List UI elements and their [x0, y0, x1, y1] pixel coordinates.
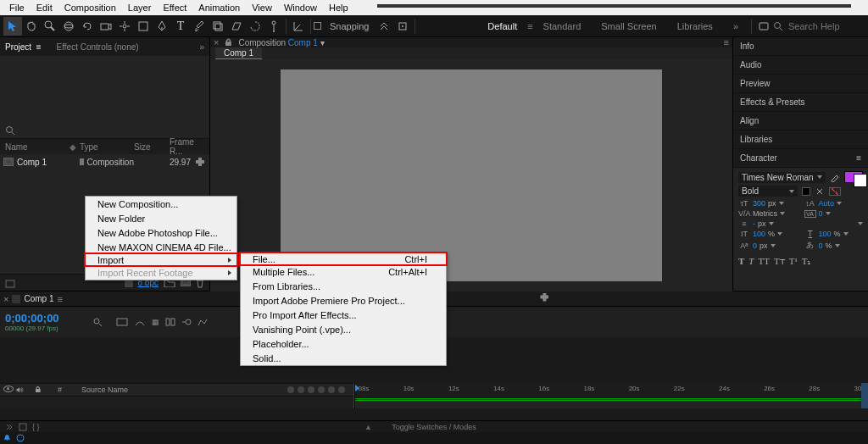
lock-col-icon[interactable]: 🔒︎ — [34, 386, 42, 394]
kerning-dropdown[interactable]: Metrics — [753, 209, 777, 218]
snapping-checkbox[interactable] — [314, 22, 321, 30]
ctx-pro-import[interactable]: Pro Import After Effects... — [241, 308, 446, 322]
menu-view[interactable]: View — [246, 2, 278, 14]
subscript-icon[interactable]: T₁ — [802, 256, 811, 267]
stroke-value[interactable]: - — [753, 219, 755, 228]
pen-tool-icon[interactable] — [153, 17, 171, 36]
font-size-value[interactable]: 300 — [753, 199, 765, 208]
hand-tool-icon[interactable] — [22, 17, 41, 36]
toggle-switches-button[interactable]: Toggle Switches / Modes — [307, 423, 561, 431]
sync-settings-icon[interactable] — [754, 17, 773, 36]
text-tool-icon[interactable]: T — [171, 17, 190, 36]
progress-icon[interactable] — [16, 434, 25, 442]
panel-align[interactable]: Align — [733, 112, 868, 130]
composition-canvas[interactable] — [281, 69, 662, 281]
project-column-header[interactable]: Name ◆ Type Size Frame R... — [0, 139, 209, 154]
faux-bold-icon[interactable]: T — [738, 256, 744, 267]
font-weight-dropdown[interactable]: Bold — [738, 186, 798, 197]
interpret-icon[interactable] — [5, 278, 15, 288]
shy-icon[interactable] — [134, 317, 146, 327]
allcaps-icon[interactable]: TT — [758, 256, 769, 267]
panel-menu-icon[interactable]: ≡ — [856, 153, 861, 163]
project-item[interactable]: Comp 1 Composition 29.97 — [0, 154, 209, 169]
ctx-new-composition[interactable]: New Composition... — [86, 197, 236, 211]
ctx-from-libraries[interactable]: From Libraries... — [241, 279, 446, 293]
panel-effects[interactable]: Effects & Presets — [733, 93, 868, 112]
comp-tab[interactable]: Comp 1 — [215, 47, 262, 59]
workspace-default[interactable]: Default — [477, 21, 527, 31]
tab-effect-controls[interactable]: Effect Controls (none) — [57, 42, 139, 52]
tl-panel-menu-icon[interactable]: ≡ — [57, 294, 62, 304]
workspace-more-icon[interactable]: » — [723, 21, 748, 31]
time-ruler[interactable]: 08s10s12s14s16s18s20s22s24s26s28s30s — [355, 383, 868, 398]
panel-menu-icon[interactable]: ≡ — [724, 37, 729, 47]
current-timecode[interactable]: 0;00;00;00 — [5, 312, 93, 325]
font-family-dropdown[interactable]: Times New Roman — [738, 172, 826, 183]
expand-icon[interactable] — [5, 423, 14, 431]
menu-composition[interactable]: Composition — [58, 2, 122, 14]
ctx-import[interactable]: Import — [84, 253, 238, 267]
frameblend-icon[interactable] — [165, 318, 175, 326]
visibility-col-icon[interactable] — [3, 386, 14, 392]
tracking-value[interactable]: 0 — [819, 209, 823, 218]
hscale-value[interactable]: 100 — [819, 230, 832, 238]
rotate-tool-icon[interactable] — [78, 17, 97, 36]
ctx-new-folder[interactable]: New Folder — [86, 211, 236, 225]
draft3d-icon[interactable]: ▦ — [152, 318, 159, 326]
stroke-style-dropdown[interactable] — [858, 222, 863, 225]
smallcaps-icon[interactable]: Tᴛ — [774, 256, 785, 267]
switches-icon[interactable] — [19, 423, 27, 431]
superscript-icon[interactable]: T¹ — [789, 256, 798, 267]
baseline-value[interactable]: 0 — [753, 241, 757, 250]
snap-to-icon[interactable] — [393, 17, 412, 36]
menu-help[interactable]: Help — [323, 2, 354, 14]
vscale-value[interactable]: 100 — [753, 230, 765, 238]
panel-more-icon[interactable]: » — [199, 42, 204, 52]
source-name-col[interactable]: Source Name — [81, 386, 278, 394]
project-search-icon[interactable] — [5, 125, 15, 136]
rotobrush-tool-icon[interactable] — [246, 17, 264, 36]
panel-preview[interactable]: Preview — [733, 75, 868, 93]
panel-libraries[interactable]: Libraries — [733, 130, 868, 149]
work-area-end[interactable] — [861, 383, 868, 408]
timeline-tab[interactable]: Comp 1 — [24, 294, 53, 303]
leading-value[interactable]: Auto — [819, 199, 835, 208]
clone-tool-icon[interactable] — [209, 17, 227, 36]
ctx-vanishing-point[interactable]: Vanishing Point (.vpe)... — [241, 322, 446, 336]
audio-col-icon[interactable]: 🔊︎ — [16, 386, 24, 394]
timeline-search-icon[interactable] — [93, 318, 103, 327]
close-tab-icon[interactable]: × — [214, 37, 219, 47]
workspace-libraries[interactable]: Libraries — [667, 21, 723, 31]
fill-color-swatch[interactable] — [844, 171, 863, 183]
workspace-smallscreen[interactable]: Small Screen — [591, 21, 666, 31]
panel-audio[interactable]: Audio — [733, 56, 868, 75]
panel-info[interactable]: Info — [733, 37, 868, 56]
lock-icon[interactable]: 🔒︎ — [224, 37, 233, 47]
comp-mini-icon[interactable] — [116, 318, 128, 326]
eraser-tool-icon[interactable] — [227, 17, 246, 36]
ctx-solid[interactable]: Solid... — [241, 351, 446, 365]
anchor-tool-icon[interactable] — [115, 17, 134, 36]
panel-character[interactable]: Character≡ — [733, 149, 868, 168]
ctx-import-file[interactable]: File...Ctrl+I — [239, 252, 448, 266]
puppet-tool-icon[interactable] — [264, 17, 283, 36]
zoom-slider[interactable] — [377, 4, 851, 8]
close-timeline-tab[interactable]: × — [3, 294, 8, 304]
selection-tool-icon[interactable] — [3, 17, 22, 36]
menu-file[interactable]: File — [3, 2, 31, 14]
workspace-standard[interactable]: Standard — [533, 21, 592, 31]
eyedropper-icon[interactable] — [830, 172, 840, 182]
menu-window[interactable]: Window — [278, 2, 323, 14]
ctx-import-multiple[interactable]: Multiple Files...Ctrl+Alt+I — [241, 264, 446, 279]
menu-layer[interactable]: Layer — [122, 2, 158, 14]
render-queue-icon[interactable] — [12, 295, 20, 303]
faux-italic-icon[interactable]: T — [748, 256, 754, 267]
nofill-icon[interactable] — [829, 187, 841, 196]
flowchart-icon[interactable] — [196, 158, 204, 166]
notification-icon[interactable]: 🔔︎ — [3, 434, 11, 442]
zoom-out-icon[interactable]: ▲ — [364, 423, 372, 431]
stroke-color-swatch[interactable] — [802, 187, 810, 196]
camera-tool-icon[interactable] — [97, 17, 115, 36]
tsume-value[interactable]: 0 — [819, 241, 823, 250]
rect-tool-icon[interactable] — [134, 17, 153, 36]
